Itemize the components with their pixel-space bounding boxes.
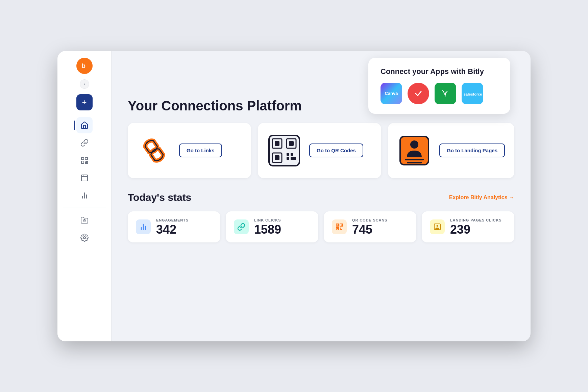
qr-code-icon bbox=[80, 156, 89, 164]
link-stat-icon bbox=[237, 223, 245, 231]
svg-rect-46 bbox=[340, 228, 341, 229]
salesforce-icon: salesforce bbox=[462, 87, 483, 100]
lp-clicks-stat-icon bbox=[430, 219, 445, 234]
svg-text:b: b bbox=[82, 62, 85, 69]
sidebar: b › + bbox=[57, 51, 112, 341]
qr-codes-card-icon bbox=[267, 134, 301, 167]
stats-row: ENGAGEMENTS 342 LINK CLICKS 1589 bbox=[128, 211, 514, 242]
sidebar-item-starred[interactable] bbox=[76, 212, 93, 228]
qr-code-large-icon bbox=[267, 134, 301, 167]
link-clicks-stat-info: LINK CLICKS 1589 bbox=[254, 218, 281, 236]
links-card-icon bbox=[137, 134, 171, 167]
landing-pages-nav-card: Go to Landing Pages bbox=[388, 123, 514, 178]
svg-rect-31 bbox=[287, 157, 289, 160]
svg-rect-3 bbox=[85, 157, 88, 160]
sidebar-divider bbox=[63, 208, 106, 208]
sidebar-navigation bbox=[57, 117, 111, 246]
home-icon bbox=[80, 121, 89, 129]
svg-rect-35 bbox=[405, 159, 424, 160]
svg-rect-22 bbox=[269, 135, 299, 166]
engagements-stat-card: ENGAGEMENTS 342 bbox=[128, 211, 220, 242]
stats-title: Today's stats bbox=[128, 192, 191, 203]
checkmark-icon bbox=[412, 87, 425, 100]
svg-point-51 bbox=[437, 225, 438, 227]
svg-rect-30 bbox=[291, 153, 293, 156]
plus-icon: + bbox=[82, 98, 87, 107]
svg-rect-5 bbox=[85, 161, 86, 162]
go-to-qr-codes-button[interactable]: Go to QR Codes bbox=[309, 143, 363, 157]
svg-rect-8 bbox=[87, 163, 88, 163]
link-clicks-value: 1589 bbox=[254, 224, 281, 236]
ticktick-app-icon[interactable] bbox=[408, 83, 429, 104]
svg-rect-26 bbox=[289, 141, 294, 146]
popup-title: Connect your Apps with Bitly bbox=[381, 67, 498, 76]
sidebar-item-home[interactable] bbox=[76, 117, 93, 133]
qr-stat-icon bbox=[335, 223, 343, 231]
qr-scans-stat-info: QR CODE SCANS 745 bbox=[352, 218, 387, 236]
engagements-label: ENGAGEMENTS bbox=[156, 218, 189, 222]
sidebar-expand-button[interactable]: › bbox=[80, 79, 89, 89]
canva-app-icon[interactable]: Canva bbox=[381, 83, 402, 104]
link-clicks-label: LINK CLICKS bbox=[254, 218, 281, 222]
nav-cards-row: Go to Links bbox=[128, 123, 514, 178]
svg-rect-7 bbox=[85, 163, 86, 163]
sidebar-item-qr-codes[interactable] bbox=[76, 152, 93, 168]
sidebar-item-landing-pages[interactable] bbox=[76, 170, 93, 186]
lp-clicks-stat-card: LANDING PAGES CLICKS 239 bbox=[422, 211, 514, 242]
salesforce-app-icon[interactable]: salesforce bbox=[462, 83, 483, 104]
browser-frame: b › + bbox=[57, 51, 531, 341]
canva-label: Canva bbox=[385, 91, 398, 96]
landing-pages-icon bbox=[80, 174, 89, 182]
svg-rect-43 bbox=[337, 225, 338, 226]
svg-rect-2 bbox=[81, 157, 84, 160]
qr-scans-label: QR CODE SCANS bbox=[352, 218, 387, 222]
engagements-stat-info: ENGAGEMENTS 342 bbox=[156, 218, 189, 236]
explore-analytics-link[interactable]: Explore Bitly Analytics → bbox=[449, 194, 514, 201]
popup-apps-list: Canva bbox=[381, 83, 498, 104]
analytics-icon bbox=[80, 191, 89, 200]
engagements-stat-icon bbox=[136, 219, 151, 234]
engagements-value: 342 bbox=[156, 224, 189, 236]
create-button[interactable]: + bbox=[76, 94, 93, 110]
stats-header: Today's stats Explore Bitly Analytics → bbox=[128, 192, 514, 203]
svg-rect-48 bbox=[340, 229, 341, 230]
landing-page-stat-icon bbox=[433, 223, 441, 231]
sidebar-item-analytics[interactable] bbox=[76, 187, 93, 204]
svg-rect-10 bbox=[81, 175, 88, 181]
svg-rect-4 bbox=[81, 161, 84, 163]
connect-apps-popup: Connect your Apps with Bitly Canva bbox=[368, 58, 510, 114]
go-to-links-button[interactable]: Go to Links bbox=[179, 143, 222, 157]
sidebar-item-settings[interactable] bbox=[76, 230, 93, 246]
qr-codes-nav-card: Go to QR Codes bbox=[258, 123, 381, 178]
settings-icon bbox=[80, 234, 89, 242]
sprout-app-icon[interactable] bbox=[435, 83, 456, 104]
svg-rect-6 bbox=[87, 161, 88, 162]
lp-clicks-label: LANDING PAGES CLICKS bbox=[450, 218, 501, 222]
svg-rect-36 bbox=[407, 162, 422, 163]
sprout-icon bbox=[438, 86, 453, 101]
starred-icon bbox=[80, 216, 89, 224]
qr-scans-value: 745 bbox=[352, 224, 387, 236]
lp-clicks-stat-info: LANDING PAGES CLICKS 239 bbox=[450, 218, 501, 236]
svg-rect-28 bbox=[275, 155, 279, 160]
qr-scans-stat-icon bbox=[332, 219, 347, 234]
main-content: Connect your Apps with Bitly Canva bbox=[112, 51, 531, 341]
landing-page-icon bbox=[397, 134, 431, 167]
svg-text:salesforce: salesforce bbox=[464, 92, 482, 96]
svg-rect-32 bbox=[291, 157, 296, 160]
go-to-landing-pages-button[interactable]: Go to Landing Pages bbox=[439, 143, 505, 157]
bar-chart-icon bbox=[139, 223, 147, 231]
svg-rect-44 bbox=[341, 225, 342, 226]
sidebar-item-links[interactable] bbox=[76, 135, 93, 151]
svg-marker-16 bbox=[83, 219, 85, 221]
bitly-logo[interactable]: b bbox=[76, 58, 93, 74]
svg-rect-29 bbox=[287, 153, 289, 156]
chain-link-icon bbox=[137, 134, 171, 167]
svg-rect-49 bbox=[341, 229, 342, 230]
link-clicks-stat-card: LINK CLICKS 1589 bbox=[226, 211, 318, 242]
svg-point-17 bbox=[83, 237, 85, 239]
link-clicks-stat-icon bbox=[234, 219, 249, 234]
svg-rect-9 bbox=[87, 162, 87, 162]
svg-rect-24 bbox=[275, 141, 279, 146]
link-icon bbox=[80, 139, 89, 147]
